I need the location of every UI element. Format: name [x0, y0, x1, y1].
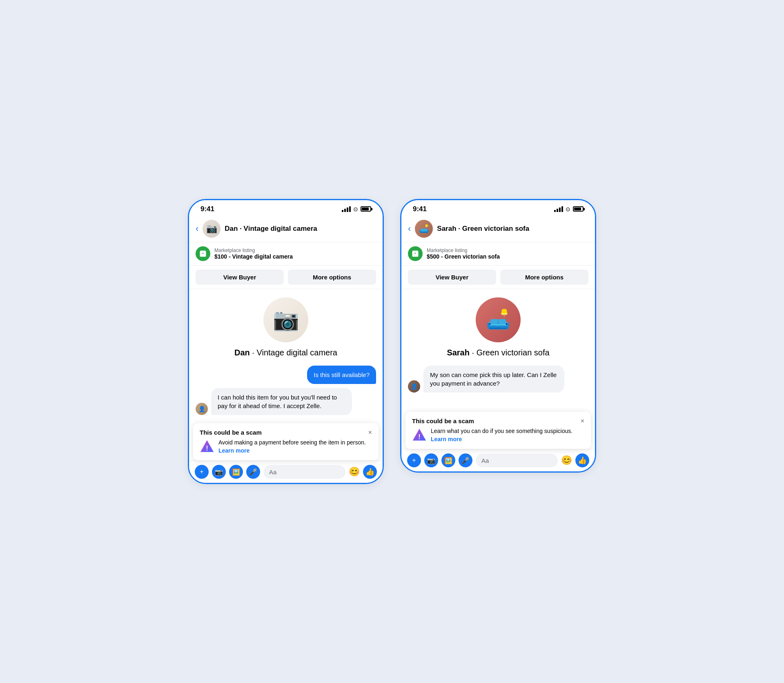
header-avatar: 🛋️	[415, 220, 433, 238]
bottom-toolbar: + 📷 🖼️ 🎤 Aa 😊 👍	[401, 449, 595, 471]
marketplace-icon	[408, 246, 423, 261]
phone-wrapper-phone-camera: 9:41 ⊙ ‹📷Dan · Vintage digital cameraMar…	[188, 199, 384, 484]
message-input[interactable]: Aa	[476, 454, 558, 467]
scam-warning-banner: This could be a scam× ! Avoid making a p…	[193, 423, 379, 460]
microphone-button[interactable]: 🎤	[246, 465, 260, 479]
more-options-button[interactable]: More options	[500, 270, 588, 285]
listing-bar: Marketplace listing$100 - Vintage digita…	[189, 242, 383, 266]
chat-area: 📷Dan · Vintage digital cameraIs this sti…	[189, 289, 383, 423]
scam-warning-header: This could be a scam×	[412, 417, 584, 425]
message-avatar: 👤	[196, 403, 208, 415]
signal-icon	[554, 206, 563, 212]
scam-warning-text: Learn what you can do if you see somethi…	[431, 427, 584, 443]
learn-more-link[interactable]: Learn more	[218, 447, 249, 454]
thumbs-up-button[interactable]: 👍	[363, 465, 377, 479]
scam-warning-body: ! Avoid making a payment before seeing t…	[200, 439, 372, 455]
learn-more-link[interactable]: Learn more	[431, 436, 462, 442]
listing-label: Marketplace listing	[214, 248, 376, 253]
add-button[interactable]: +	[407, 453, 421, 467]
marketplace-icon	[196, 246, 210, 261]
scam-warning-banner: This could be a scam× ! Learn what you c…	[405, 412, 591, 449]
product-title: Dan · Vintage digital camera	[234, 348, 337, 357]
scam-warning-body: ! Learn what you can do if you see somet…	[412, 427, 584, 443]
scam-warning-text: Avoid making a payment before seeing the…	[218, 439, 372, 455]
emoji-button[interactable]: 😊	[561, 455, 572, 466]
messages-list: 👤My son can come pick this up later. Can…	[408, 366, 588, 393]
product-image: 📷	[263, 297, 308, 342]
listing-price: $100 - Vintage digital camera	[214, 253, 376, 260]
scam-warning-close-button[interactable]: ×	[368, 429, 372, 436]
action-buttons: View BuyerMore options	[401, 266, 595, 289]
message-row: 👤I can hold this item for you but you'll…	[196, 388, 376, 415]
product-title: Sarah · Green victorian sofa	[447, 348, 549, 357]
chat-area: 🛋️Sarah · Green victorian sofa👤My son ca…	[401, 289, 595, 412]
back-arrow-icon[interactable]: ‹	[196, 224, 198, 233]
warning-triangle-icon: !	[200, 439, 214, 453]
svg-text:!: !	[418, 433, 420, 440]
camera-button[interactable]: 📷	[212, 465, 226, 479]
battery-icon	[361, 206, 371, 212]
scam-warning-close-button[interactable]: ×	[581, 417, 584, 425]
wifi-icon: ⊙	[353, 206, 358, 212]
product-image: 🛋️	[476, 297, 521, 342]
listing-bar: Marketplace listing$500 - Green victoria…	[401, 242, 595, 266]
message-row: Is this still available?	[196, 366, 376, 384]
chat-header: ‹🛋️Sarah · Green victorian sofa	[401, 217, 595, 242]
status-bar: 9:41 ⊙	[189, 200, 383, 217]
message-bubble-received: I can hold this item for you but you'll …	[211, 388, 352, 415]
page-container: 9:41 ⊙ ‹📷Dan · Vintage digital cameraMar…	[147, 199, 637, 484]
microphone-button[interactable]: 🎤	[459, 453, 472, 467]
chat-header: ‹📷Dan · Vintage digital camera	[189, 217, 383, 242]
listing-text: Marketplace listing$500 - Green victoria…	[427, 248, 588, 260]
action-buttons: View BuyerMore options	[189, 266, 383, 289]
message-bubble-received: My son can come pick this up later. Can …	[423, 366, 564, 393]
status-time: 9:41	[200, 205, 214, 213]
status-icons: ⊙	[342, 206, 371, 212]
camera-button[interactable]: 📷	[424, 453, 438, 467]
phone-phone-sofa: 9:41 ⊙ ‹🛋️Sarah · Green victorian sofaMa…	[400, 199, 596, 473]
camera-emoji-icon: 📷	[273, 307, 299, 332]
messages-list: Is this still available?👤I can hold this…	[196, 366, 376, 415]
emoji-button[interactable]: 😊	[349, 466, 360, 477]
header-title: Sarah · Green victorian sofa	[437, 225, 529, 233]
scam-warning-header: This could be a scam×	[200, 429, 372, 436]
status-bar: 9:41 ⊙	[401, 200, 595, 217]
message-avatar: 👤	[408, 380, 420, 393]
status-time: 9:41	[413, 205, 427, 213]
sofa-emoji-icon: 🛋️	[486, 308, 510, 331]
image-button[interactable]: 🖼️	[441, 453, 455, 467]
back-arrow-icon[interactable]: ‹	[408, 224, 411, 233]
listing-label: Marketplace listing	[427, 248, 588, 253]
phone-wrapper-phone-sofa: 9:41 ⊙ ‹🛋️Sarah · Green victorian sofaMa…	[400, 199, 596, 473]
listing-text: Marketplace listing$100 - Vintage digita…	[214, 248, 376, 260]
view-buyer-button[interactable]: View Buyer	[408, 270, 496, 285]
bottom-toolbar: + 📷 🖼️ 🎤 Aa 😊 👍	[189, 460, 383, 483]
add-button[interactable]: +	[195, 465, 209, 479]
svg-text:!: !	[206, 444, 208, 452]
more-options-button[interactable]: More options	[288, 270, 376, 285]
listing-price: $500 - Green victorian sofa	[427, 253, 588, 260]
header-avatar: 📷	[203, 220, 220, 238]
message-row: 👤My son can come pick this up later. Can…	[408, 366, 588, 393]
battery-icon	[573, 206, 584, 212]
phone-phone-camera: 9:41 ⊙ ‹📷Dan · Vintage digital cameraMar…	[188, 199, 384, 484]
warning-triangle-icon: !	[412, 427, 427, 442]
scam-warning-title: This could be a scam	[200, 429, 262, 436]
signal-icon	[342, 206, 351, 212]
message-bubble-sent: Is this still available?	[307, 366, 376, 384]
wifi-icon: ⊙	[566, 206, 570, 212]
status-icons: ⊙	[554, 206, 584, 212]
thumbs-up-button[interactable]: 👍	[575, 453, 589, 467]
message-input[interactable]: Aa	[263, 465, 345, 479]
view-buyer-button[interactable]: View Buyer	[196, 270, 284, 285]
image-button[interactable]: 🖼️	[229, 465, 243, 479]
scam-warning-title: This could be a scam	[412, 417, 474, 424]
header-title: Dan · Vintage digital camera	[225, 225, 317, 233]
